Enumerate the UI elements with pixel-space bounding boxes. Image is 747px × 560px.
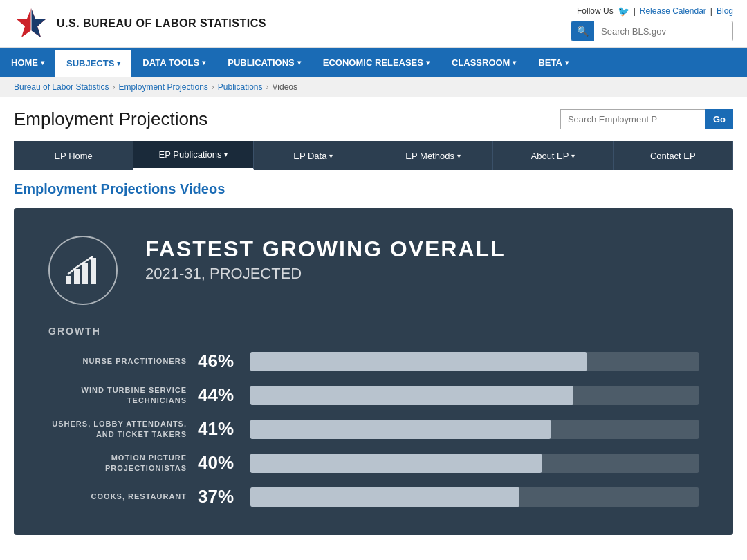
chevron-down-icon: ▾ (297, 59, 301, 66)
nav-publications[interactable]: PUBLICATIONS ▾ (216, 48, 312, 77)
svg-marker-1 (31, 8, 46, 37)
page-title-row: Employment Projections Go (14, 109, 733, 130)
bar-track (250, 420, 699, 439)
bar-fill (250, 420, 551, 439)
sub-nav-ep-methods[interactable]: EP Methods ▾ (374, 141, 493, 170)
chevron-down-icon: ▾ (202, 59, 205, 66)
blog-link[interactable]: Blog (717, 6, 733, 16)
page-title: Employment Projections (14, 109, 208, 130)
bar-chart-arrow-icon (62, 250, 104, 291)
twitter-icon[interactable]: 🐦 (618, 6, 629, 17)
bar-fill (250, 487, 519, 507)
page-content: Employment Projections Go EP Home EP Pub… (0, 97, 747, 546)
bar-percentage: 40% (198, 452, 239, 474)
follow-us-label: Follow Us (577, 6, 614, 16)
nav-economic-releases[interactable]: ECONOMIC RELEASES ▾ (312, 48, 441, 77)
sub-nav-about-ep[interactable]: About EP ▾ (493, 141, 613, 170)
main-navigation: HOME ▾ SUBJECTS ▾ DATA TOOLS ▾ PUBLICATI… (0, 48, 747, 77)
ep-search: Go (560, 109, 733, 129)
bar-fill (250, 454, 542, 473)
chevron-down-icon: ▾ (117, 59, 120, 67)
bar-fill (250, 386, 573, 405)
section-title: Employment Projections Videos (14, 181, 733, 197)
breadcrumb-bls[interactable]: Bureau of Labor Statistics (14, 82, 109, 92)
chevron-down-icon: ▾ (224, 151, 228, 158)
search-input[interactable] (594, 22, 732, 41)
chevron-down-icon: ▾ (513, 59, 516, 66)
infographic-container: FASTEST GROWING OVERALL 2021-31, PROJECT… (14, 208, 733, 535)
logo-area: U.S. BUREAU OF LABOR STATISTICS (14, 6, 266, 41)
ep-search-button[interactable]: Go (706, 109, 733, 129)
infographic-header: FASTEST GROWING OVERALL 2021-31, PROJECT… (48, 236, 699, 305)
ep-sub-navigation: EP Home EP Publications ▾ EP Data ▾ EP M… (14, 141, 733, 170)
nav-beta[interactable]: BETA ▾ (527, 48, 579, 77)
ep-search-input[interactable] (560, 109, 706, 129)
bls-logo-icon (14, 6, 48, 41)
chevron-down-icon: ▾ (565, 59, 569, 66)
bar-label: WIND TURBINE SERVICETECHNICIANS (48, 385, 187, 405)
sub-nav-ep-data[interactable]: EP Data ▾ (254, 141, 374, 170)
bar-label: USHERS, LOBBY ATTENDANTS,AND TICKET TAKE… (48, 419, 187, 439)
breadcrumb-current: Videos (273, 82, 297, 92)
bar-row: NURSE PRACTITIONERS46% (48, 351, 699, 372)
bar-label: NURSE PRACTITIONERS (48, 356, 187, 366)
breadcrumb: Bureau of Labor Statistics › Employment … (0, 77, 747, 97)
bar-row: MOTION PICTUREPROJECTIONISTAS40% (48, 452, 699, 474)
bar-track (250, 352, 699, 371)
release-calendar-link[interactable]: Release Calendar (640, 6, 706, 16)
chart-growth-icon (48, 236, 118, 305)
bar-row: COOKS, RESTAURANT37% (48, 486, 699, 507)
bar-chart: NURSE PRACTITIONERS46%WIND TURBINE SERVI… (48, 351, 699, 507)
search-button[interactable]: 🔍 (571, 21, 594, 41)
svg-rect-3 (66, 276, 71, 284)
svg-rect-5 (82, 263, 88, 284)
sub-nav-ep-publications[interactable]: EP Publications ▾ (133, 141, 253, 170)
growth-label: GROWTH (48, 326, 699, 337)
sub-nav-ep-home[interactable]: EP Home (14, 141, 133, 170)
bar-percentage: 41% (198, 418, 239, 440)
chevron-down-icon: ▾ (329, 152, 333, 160)
separator-1: | (634, 6, 636, 16)
agency-name: U.S. BUREAU OF LABOR STATISTICS (57, 17, 266, 30)
breadcrumb-publications[interactable]: Publications (218, 82, 263, 92)
separator-2: | (710, 6, 712, 16)
nav-subjects[interactable]: SUBJECTS ▾ (55, 48, 131, 77)
svg-rect-6 (91, 258, 96, 284)
sub-nav-contact-ep[interactable]: Contact EP (614, 141, 733, 170)
chevron-down-icon: ▾ (457, 152, 461, 160)
nav-data-tools[interactable]: DATA TOOLS ▾ (131, 48, 216, 77)
breadcrumb-ep[interactable]: Employment Projections (118, 82, 208, 92)
top-links: Follow Us 🐦 | Release Calendar | Blog (577, 6, 733, 17)
nav-home[interactable]: HOME ▾ (0, 48, 55, 77)
search-icon: 🔍 (577, 26, 589, 37)
site-search: 🔍 (571, 21, 733, 41)
top-right: Follow Us 🐦 | Release Calendar | Blog 🔍 (571, 6, 733, 41)
site-header: U.S. BUREAU OF LABOR STATISTICS Follow U… (0, 0, 747, 48)
breadcrumb-sep-3: › (266, 82, 269, 92)
svg-rect-4 (74, 269, 80, 284)
bar-label: COOKS, RESTAURANT (48, 492, 187, 501)
bar-track (250, 487, 699, 507)
bar-percentage: 44% (198, 384, 239, 406)
chevron-down-icon: ▾ (571, 152, 575, 160)
nav-classroom[interactable]: CLASSROOM ▾ (441, 48, 528, 77)
bar-label: MOTION PICTUREPROJECTIONISTAS (48, 453, 187, 473)
bar-track (250, 386, 699, 405)
chevron-down-icon: ▾ (41, 59, 44, 66)
breadcrumb-sep-2: › (212, 82, 214, 92)
infographic-title: FASTEST GROWING OVERALL 2021-31, PROJECT… (145, 236, 506, 283)
bar-percentage: 46% (198, 351, 239, 372)
bar-row: WIND TURBINE SERVICETECHNICIANS44% (48, 384, 699, 406)
bar-fill (250, 352, 587, 371)
bar-row: USHERS, LOBBY ATTENDANTS,AND TICKET TAKE… (48, 418, 699, 440)
bar-percentage: 37% (198, 486, 239, 507)
bar-track (250, 454, 699, 473)
breadcrumb-sep-1: › (112, 82, 115, 92)
chevron-down-icon: ▾ (426, 59, 430, 66)
